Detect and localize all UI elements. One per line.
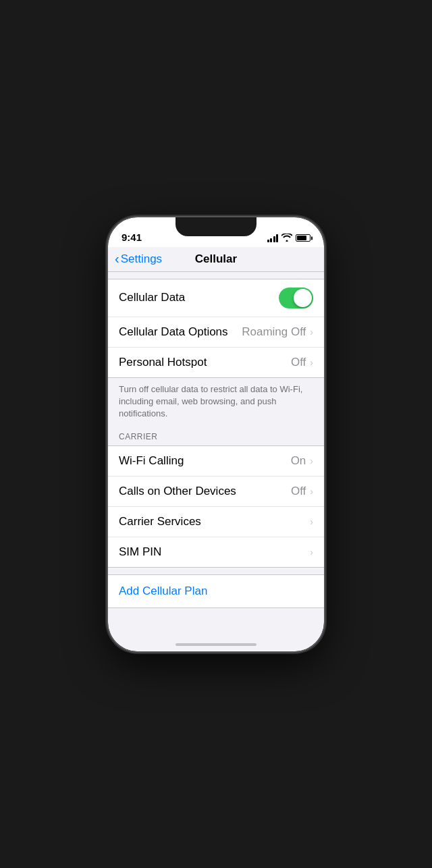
chevron-right-icon-5: ›: [310, 516, 313, 527]
wifi-calling-value: On: [291, 454, 306, 468]
carrier-section-header: CARRIER: [108, 428, 324, 445]
personal-hotspot-right: Off ›: [291, 356, 313, 369]
chevron-right-icon-3: ›: [310, 456, 313, 466]
status-bar: 9:41: [108, 217, 324, 247]
status-icons: [267, 234, 311, 243]
cellular-data-label: Cellular Data: [119, 291, 185, 304]
carrier-services-row[interactable]: Carrier Services ›: [108, 507, 324, 537]
wifi-calling-right: On ›: [291, 454, 313, 468]
chevron-right-icon-2: ›: [310, 357, 313, 368]
chevron-right-icon-6: ›: [310, 547, 313, 558]
add-cellular-plan-row[interactable]: Add Cellular Plan: [108, 574, 324, 608]
back-label: Settings: [121, 252, 162, 266]
cellular-data-toggle[interactable]: [279, 288, 313, 308]
notch: [176, 217, 256, 236]
screen: 9:41: [108, 217, 324, 651]
cellular-data-options-value: Roaming Off: [242, 325, 306, 339]
sim-pin-row[interactable]: SIM PIN ›: [108, 537, 324, 567]
wifi-icon: [281, 234, 292, 243]
sim-pin-right: ›: [310, 547, 313, 558]
carrier-services-right: ›: [310, 516, 313, 527]
status-time: 9:41: [122, 232, 142, 243]
battery-icon: [296, 234, 310, 242]
nav-bar: ‹ Settings Cellular: [108, 247, 324, 272]
cellular-data-info: Turn off cellular data to restrict all d…: [108, 378, 324, 429]
chevron-right-icon-4: ›: [310, 486, 313, 497]
carrier-services-label: Carrier Services: [119, 515, 201, 528]
home-bar: [176, 643, 256, 646]
add-cellular-plan-label: Add Cellular Plan: [119, 585, 207, 597]
carrier-settings-group: Wi-Fi Calling On › Calls on Other Device…: [108, 445, 324, 568]
wifi-calling-row[interactable]: Wi-Fi Calling On ›: [108, 446, 324, 477]
calls-other-devices-label: Calls on Other Devices: [119, 485, 236, 498]
calls-other-devices-row[interactable]: Calls on Other Devices Off ›: [108, 477, 324, 507]
sim-pin-label: SIM PIN: [119, 545, 161, 559]
back-chevron-icon: ‹: [115, 252, 119, 265]
calls-other-devices-value: Off: [291, 485, 306, 498]
toggle-knob: [294, 289, 312, 307]
main-settings-group: Cellular Data Cellular Data Options Roam…: [108, 279, 324, 378]
cellular-data-options-row[interactable]: Cellular Data Options Roaming Off ›: [108, 317, 324, 348]
personal-hotspot-value: Off: [291, 356, 306, 369]
calls-other-devices-right: Off ›: [291, 485, 313, 498]
page-title: Cellular: [195, 252, 237, 266]
signal-bars-icon: [267, 234, 279, 242]
personal-hotspot-row[interactable]: Personal Hotspot Off ›: [108, 348, 324, 377]
cellular-data-options-label: Cellular Data Options: [119, 325, 228, 339]
cellular-data-row[interactable]: Cellular Data: [108, 279, 324, 317]
scroll-content[interactable]: Cellular Data Cellular Data Options Roam…: [108, 272, 324, 638]
home-indicator: [108, 638, 324, 651]
wifi-calling-label: Wi-Fi Calling: [119, 454, 184, 468]
back-button[interactable]: ‹ Settings: [115, 252, 162, 266]
phone-frame: 9:41: [108, 217, 324, 651]
cellular-data-options-right: Roaming Off ›: [242, 325, 313, 339]
chevron-right-icon: ›: [310, 327, 313, 337]
personal-hotspot-label: Personal Hotspot: [119, 356, 207, 369]
